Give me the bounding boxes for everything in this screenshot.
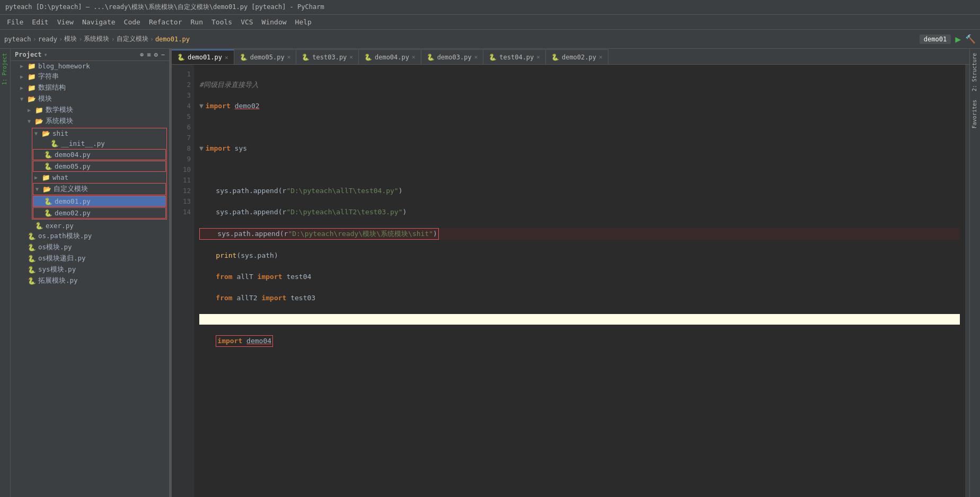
menu-refactor[interactable]: Refactor	[145, 16, 187, 28]
code-line-13: import demo04	[199, 335, 960, 347]
sidebar-collapse-icon[interactable]: ≡	[147, 51, 151, 58]
code-line-9: print(sys.path)	[199, 250, 960, 261]
tab-close-btn[interactable]: ✕	[599, 54, 603, 60]
sidebar-scope-icon[interactable]: ⊕	[140, 51, 144, 58]
run-config-dropdown[interactable]: demo01	[920, 34, 951, 44]
sidebar-item-exer[interactable]: 🐍 exer.py	[11, 221, 169, 231]
build-button[interactable]: 🔨	[965, 34, 976, 44]
code-line-2: ▼import demo02	[199, 101, 960, 111]
sidebar-item-zifuchuan[interactable]: ▶ 📁 字符串	[11, 71, 169, 82]
menu-tools[interactable]: Tools	[207, 16, 236, 28]
tab-label: demo02.py	[562, 54, 596, 61]
py-file-icon: 🐍	[44, 209, 52, 217]
sidebar-item-label: 数学模块	[46, 106, 73, 115]
sidebar-item-shujujiegou[interactable]: ▶ 📁 数据结构	[11, 82, 169, 93]
code-line-7: sys.path.append(r"D:\pyteach\allT2\test0…	[199, 207, 960, 217]
right-vertical-tabs: 2: Structure Favorites	[969, 49, 980, 497]
code-line-10: from allT import test04	[199, 272, 960, 282]
sidebar-item-tuozhan[interactable]: 🐍 拓展模块.py	[11, 275, 169, 286]
sidebar-item-what[interactable]: ▶ 📁 what	[32, 172, 166, 182]
project-sidebar: Project ▾ ⊕ ≡ ⚙ − ▶ 📁 blog_homework ▶ 📁 …	[11, 49, 170, 497]
sidebar-item-sys-mokuai[interactable]: 🐍 sys模块.py	[11, 264, 169, 275]
py-file-icon: 🐍	[28, 266, 36, 274]
menu-edit[interactable]: Edit	[28, 16, 52, 28]
sidebar-item-os-digui[interactable]: 🐍 os模块递归.py	[11, 253, 169, 264]
code-content[interactable]: #同级目录直接导入 ▼import demo02 ▼import sys sys…	[194, 65, 965, 497]
tab-test03[interactable]: 🐍 test03.py ✕	[296, 49, 359, 64]
tab-file-icon: 🐍	[489, 54, 497, 61]
code-line-1: #同级目录直接导入	[199, 80, 960, 90]
red-border-group: ▼ 📂 shit 🐍 __init__.py 🐍 demo04.py 🐍 dem…	[32, 128, 167, 220]
tab-close-btn[interactable]: ✕	[287, 54, 291, 60]
tab-close-btn[interactable]: ✕	[225, 54, 228, 61]
sidebar-item-ximokuai[interactable]: ▼ 📂 系统模块	[11, 116, 169, 127]
tab-file-icon: 🐍	[302, 54, 310, 61]
tab-close-btn[interactable]: ✕	[536, 54, 540, 60]
tab-file-icon: 🐍	[551, 54, 559, 61]
sidebar-item-blog_homework[interactable]: ▶ 📁 blog_homework	[11, 61, 169, 71]
tab-close-btn[interactable]: ✕	[349, 54, 353, 60]
vtab-structure[interactable]: 2: Structure	[970, 49, 980, 95]
breadcrumb-ready[interactable]: ready	[38, 36, 57, 43]
code-editor[interactable]: 12345 678910 11121314 #同级目录直接导入 ▼import …	[172, 65, 969, 497]
sidebar-item-shuxuemokuai[interactable]: ▶ 📁 数学模块	[11, 104, 169, 116]
tab-close-btn[interactable]: ✕	[474, 54, 478, 60]
sidebar-item-label: demo05.py	[55, 162, 91, 170]
menu-code[interactable]: Code	[120, 16, 145, 28]
sidebar-item-label: 系统模块	[46, 117, 73, 126]
breadcrumb-ximokuai[interactable]: 系统模块	[84, 34, 109, 43]
tab-demo03[interactable]: 🐍 demo03.py ✕	[421, 49, 484, 64]
sidebar-item-demo05-folder[interactable]: 🐍 demo05.py	[33, 161, 166, 172]
editor-scrollbar[interactable]	[965, 65, 969, 497]
sidebar-item-demo04-folder[interactable]: 🐍 demo04.py	[33, 149, 166, 160]
folder-icon: 📁	[28, 62, 36, 70]
breadcrumb-zidinymokuai[interactable]: 自定义模块	[117, 34, 148, 43]
vtab-favorites[interactable]: Favorites	[970, 95, 980, 133]
tab-demo04[interactable]: 🐍 demo04.py ✕	[359, 49, 421, 64]
breadcrumb-pyteach[interactable]: pyteach	[4, 36, 31, 43]
folder-icon: 📁	[28, 73, 36, 81]
tab-close-btn[interactable]: ✕	[412, 54, 416, 60]
code-line-12	[199, 314, 960, 325]
collapse-arrow: ▼	[36, 186, 43, 192]
menu-vcs[interactable]: VCS	[236, 16, 257, 28]
main-layout: 1: Project Project ▾ ⊕ ≡ ⚙ − ▶ 📁 blog_ho…	[0, 49, 980, 497]
tab-label: demo01.py	[188, 54, 222, 61]
vtab-project[interactable]: 1: Project	[0, 49, 10, 89]
py-file-icon: 🐍	[44, 162, 52, 170]
menu-file[interactable]: File	[3, 16, 28, 28]
py-file-icon: 🐍	[44, 197, 52, 205]
menu-view[interactable]: View	[53, 16, 78, 28]
tab-demo05[interactable]: 🐍 demo05.py ✕	[234, 49, 297, 64]
sidebar-item-init[interactable]: 🐍 __init__.py	[32, 138, 166, 149]
folder-icon: 📂	[28, 95, 36, 103]
breadcrumb-mokuai[interactable]: 模块	[64, 34, 77, 43]
tab-demo02[interactable]: 🐍 demo02.py ✕	[546, 49, 608, 64]
sidebar-item-demo02[interactable]: 🐍 demo02.py	[33, 207, 166, 219]
project-tree: ▶ 📁 blog_homework ▶ 📁 字符串 ▶ 📁 数据结构 ▼ 📂 模…	[11, 61, 169, 497]
menu-window[interactable]: Window	[258, 16, 291, 28]
menu-help[interactable]: Help	[291, 16, 316, 28]
run-button[interactable]: ▶	[955, 33, 961, 45]
sidebar-dropdown-arrow[interactable]: ▾	[44, 51, 48, 58]
tab-file-icon: 🐍	[240, 54, 248, 61]
sidebar-item-os-path[interactable]: 🐍 os.path模块.py	[11, 231, 169, 242]
tab-file-icon: 🐍	[177, 54, 185, 61]
sidebar-item-os-mokuai[interactable]: 🐍 os模块.py	[11, 242, 169, 253]
line-numbers: 12345 678910 11121314	[172, 65, 194, 497]
collapse-arrow: ▼	[28, 118, 35, 124]
toolbar-right: demo01 ▶ 🔨	[920, 33, 976, 45]
folder-icon: 📁	[35, 106, 43, 114]
tab-test04[interactable]: 🐍 test04.py ✕	[483, 49, 546, 64]
breadcrumb-current-file[interactable]: demo01.py	[155, 36, 190, 43]
sidebar-item-zidinymokuai[interactable]: ▼ 📂 自定义模块	[33, 183, 166, 195]
tab-demo01[interactable]: 🐍 demo01.py ✕	[172, 49, 234, 64]
menu-run[interactable]: Run	[187, 16, 207, 28]
sidebar-item-demo01[interactable]: 🐍 demo01.py	[33, 196, 166, 207]
sidebar-close-icon[interactable]: −	[161, 51, 165, 58]
sidebar-item-shit[interactable]: ▼ 📂 shit	[32, 128, 166, 138]
tab-label: demo03.py	[437, 54, 472, 61]
menu-navigate[interactable]: Navigate	[78, 16, 120, 28]
sidebar-item-mokuai[interactable]: ▼ 📂 模块	[11, 93, 169, 104]
sidebar-settings-icon[interactable]: ⚙	[154, 51, 158, 58]
